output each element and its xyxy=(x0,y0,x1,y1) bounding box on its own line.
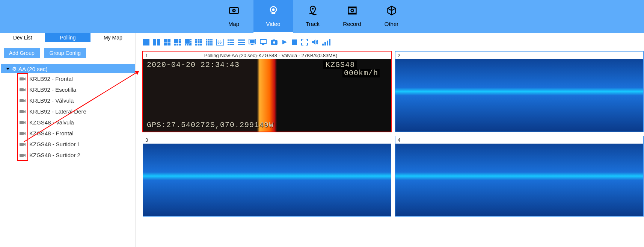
tab-polling[interactable]: Polling xyxy=(45,33,90,42)
svg-rect-44 xyxy=(195,41,197,43)
gear-icon: ⚙ xyxy=(12,66,17,72)
svg-rect-22 xyxy=(157,39,160,45)
svg-rect-27 xyxy=(174,39,178,43)
svg-rect-32 xyxy=(179,44,181,45)
svg-rect-42 xyxy=(198,39,200,41)
svg-rect-84 xyxy=(273,39,275,41)
webcam-icon xyxy=(268,5,279,18)
svg-rect-23 xyxy=(164,39,167,42)
main-panel: 36 1 Polling Now-AA (20 sec)-KZGS48 - Va… xyxy=(136,33,644,247)
nav-video-label: Video xyxy=(266,21,280,27)
video-tile-1[interactable]: 1 Polling Now-AA (20 sec)-KZGS48 - Valvu… xyxy=(143,51,391,132)
svg-rect-75 xyxy=(238,42,245,43)
sidebar-tabs: Dev List Polling My Map xyxy=(0,33,136,42)
layout-4x4-icon[interactable] xyxy=(206,39,213,45)
fullscreen-icon[interactable] xyxy=(301,39,308,45)
layout-1p7-icon[interactable] xyxy=(185,39,192,45)
tile-number: 2 xyxy=(398,53,405,58)
svg-rect-53 xyxy=(211,39,213,40)
nav-other[interactable]: Other xyxy=(372,0,411,33)
svg-rect-54 xyxy=(206,41,207,42)
svg-rect-46 xyxy=(200,41,202,43)
svg-rect-58 xyxy=(206,42,207,44)
osd-timestamp: 2020-04-20 22:34:43 xyxy=(147,61,240,69)
svg-rect-74 xyxy=(238,39,245,41)
nav-track[interactable]: Track xyxy=(293,0,332,33)
signal-bars-icon[interactable] xyxy=(322,39,330,45)
svg-point-5 xyxy=(312,8,314,10)
video-tile-2[interactable]: 2 xyxy=(395,51,644,132)
svg-rect-41 xyxy=(195,39,197,41)
svg-rect-76 xyxy=(238,44,245,45)
svg-text:36: 36 xyxy=(217,40,222,44)
map-eye-icon xyxy=(229,5,239,18)
tab-devlist[interactable]: Dev List xyxy=(0,33,45,42)
nav-track-label: Track xyxy=(306,21,320,27)
nav-map-label: Map xyxy=(228,21,239,27)
svg-rect-36 xyxy=(190,42,192,44)
layout-2x2-icon[interactable] xyxy=(164,39,170,45)
tile-title: Polling Now-AA (20 sec)-KZGS48 - Valvula… xyxy=(153,53,389,58)
svg-rect-45 xyxy=(198,41,200,43)
record-film-icon xyxy=(347,5,357,18)
svg-rect-63 xyxy=(208,44,209,45)
svg-rect-43 xyxy=(200,39,202,41)
screen-small-icon[interactable] xyxy=(260,39,267,45)
tab-mymap[interactable]: My Map xyxy=(90,33,136,42)
video-tile-3[interactable]: 3 xyxy=(143,136,391,217)
svg-marker-11 xyxy=(134,71,139,75)
stop-icon[interactable] xyxy=(291,39,297,45)
list-icon[interactable] xyxy=(228,39,234,45)
svg-point-7 xyxy=(351,9,353,12)
svg-rect-9 xyxy=(348,12,356,14)
layout-36-icon[interactable]: 36 xyxy=(216,39,224,45)
video-feed: 2020-04-20 22:34:43 KZGS48 000km/h GPS:2… xyxy=(143,59,391,132)
svg-rect-55 xyxy=(208,41,209,42)
device-tree: ⚙ AA (20 sec) KRLB92 - Frontal KRLB92 - … xyxy=(0,64,136,161)
camera-snapshot-icon[interactable] xyxy=(270,39,278,45)
svg-rect-69 xyxy=(229,39,234,41)
tile-number: 3 xyxy=(145,137,153,143)
svg-rect-28 xyxy=(179,39,181,41)
layout-3x3-icon[interactable] xyxy=(195,39,202,45)
svg-rect-20 xyxy=(143,39,149,45)
nav-map[interactable]: Map xyxy=(214,0,253,33)
svg-rect-80 xyxy=(260,39,266,44)
svg-point-2 xyxy=(233,10,234,11)
add-group-button[interactable]: Add Group xyxy=(4,48,40,58)
nav-record[interactable]: Record xyxy=(332,0,372,33)
list-alt-icon[interactable] xyxy=(238,39,245,45)
svg-point-4 xyxy=(272,8,274,11)
svg-rect-71 xyxy=(229,42,234,43)
nav-video[interactable]: Video xyxy=(253,0,293,33)
svg-rect-39 xyxy=(189,44,190,45)
group-config-button[interactable]: Group Config xyxy=(44,48,86,58)
layout-2col-icon[interactable] xyxy=(153,39,160,45)
screen-icon[interactable] xyxy=(249,39,256,45)
video-tile-4[interactable]: 4 xyxy=(395,136,644,217)
svg-rect-34 xyxy=(190,39,192,40)
svg-rect-21 xyxy=(153,39,156,45)
cam-label: KZGS48 - Surtidor 2 xyxy=(29,152,80,158)
svg-rect-62 xyxy=(206,44,207,45)
play-icon[interactable] xyxy=(282,39,288,45)
svg-rect-50 xyxy=(206,39,207,40)
svg-rect-47 xyxy=(195,44,197,45)
track-pin-icon xyxy=(308,5,318,18)
svg-rect-51 xyxy=(208,39,209,40)
svg-rect-79 xyxy=(251,44,253,45)
svg-point-83 xyxy=(273,41,275,44)
svg-rect-59 xyxy=(208,42,209,44)
svg-rect-73 xyxy=(229,44,234,45)
nav-other-label: Other xyxy=(385,21,399,27)
svg-rect-56 xyxy=(210,41,211,42)
svg-rect-70 xyxy=(228,42,229,43)
layout-1x1-icon[interactable] xyxy=(143,39,149,45)
annotation-arrow xyxy=(20,68,144,143)
cube-icon xyxy=(386,5,397,18)
svg-rect-65 xyxy=(211,44,213,45)
speaker-icon[interactable] xyxy=(312,39,318,45)
svg-rect-68 xyxy=(228,39,229,41)
svg-rect-72 xyxy=(228,44,229,45)
layout-1p5-icon[interactable] xyxy=(174,39,181,45)
